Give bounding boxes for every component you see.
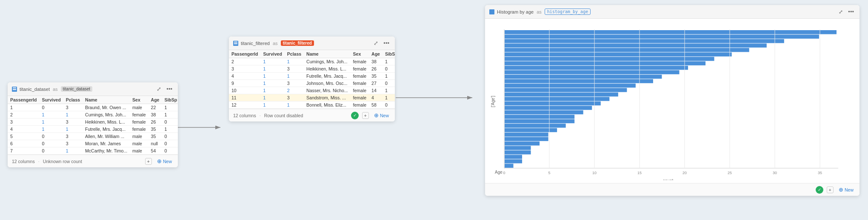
cell-sex: male: [130, 147, 148, 155]
histogram-new-button[interactable]: ⊕ New: [837, 186, 855, 194]
dataset-table-container: PassengerId Survived Pclass Name Sex Age…: [8, 96, 178, 155]
filtered-card-title: titanic_filtered as titanic_filtered: [241, 40, 314, 46]
cell-sibsp: 1: [162, 111, 178, 118]
filtered-footer-dot: ·: [260, 113, 261, 118]
cell-id: 10: [229, 87, 260, 94]
histogram-more-button[interactable]: •••: [847, 8, 855, 15]
cell-id: 2: [8, 111, 39, 118]
filtered-more-button[interactable]: •••: [382, 39, 391, 47]
histogram-bar: [505, 48, 749, 52]
y-axis-age-label: Age: [495, 170, 503, 175]
filtered-expand-button[interactable]: ⤢: [372, 39, 380, 47]
cell-age: 35: [369, 73, 383, 80]
dataset-expand-button[interactable]: ⤢: [155, 85, 163, 93]
cell-sibsp: 0: [383, 80, 395, 87]
cell-pclass: 3: [63, 104, 83, 111]
cell-pclass: 3: [63, 140, 83, 147]
histogram-table-icon: [489, 9, 494, 14]
dataset-more-button[interactable]: •••: [165, 85, 174, 93]
cell-name: Moran, Mr. James: [83, 140, 130, 147]
histogram-bar: [505, 124, 566, 127]
dataset-add-button[interactable]: +: [145, 158, 152, 165]
dataset-plus-circle-icon: ⊕: [157, 158, 162, 164]
cell-id: 7: [8, 147, 39, 155]
histogram-bar: [505, 34, 819, 38]
cell-sex: female: [130, 126, 148, 133]
y-axis-label: ['Age']: [491, 96, 495, 107]
svg-text:25: 25: [728, 171, 732, 175]
filtered-check-icon: ✓: [351, 112, 359, 119]
x-axis-count-label: count: [663, 178, 674, 180]
col-passengerid: PassengerId: [8, 96, 39, 104]
histogram-bar: [505, 137, 548, 141]
histogram-alias-badge: histogram_by_age: [545, 8, 591, 15]
dataset-new-button[interactable]: ⊕ New: [155, 157, 174, 165]
histogram-bars: [505, 30, 837, 168]
filtered-card-header: titanic_filtered as titanic_filtered ⤢ •…: [229, 37, 395, 50]
cell-pclass: 1: [285, 73, 304, 80]
cell-name: Sandstrom, Miss. ...: [304, 94, 350, 102]
cell-pclass: 1: [285, 102, 304, 109]
dataset-card-header: titanic_dataset as titanic_dataset ⤢ •••: [8, 82, 178, 96]
histogram-bar: [505, 79, 653, 83]
cell-age: 35: [148, 133, 162, 140]
dataset-footer: 12 columns · Unknown row count + ⊕ New: [8, 155, 178, 167]
dataset-footer-dot: ·: [38, 159, 40, 164]
cell-id: 11: [229, 94, 260, 102]
filtered-table-header-row: PassengerId Survived Pclass Name Sex Age…: [229, 50, 395, 58]
cell-name: Futrelle, Mrs. Jacq...: [83, 126, 130, 133]
cell-survived: 0: [39, 140, 63, 147]
histogram-bar: [505, 159, 522, 163]
cell-survived: 1: [260, 58, 284, 65]
histogram-expand-button[interactable]: ⤢: [837, 8, 844, 15]
cell-sibsp: 0: [162, 133, 178, 140]
histogram-add-button[interactable]: +: [827, 186, 834, 193]
cell-pclass: 3: [63, 118, 83, 126]
cell-sibsp: 1: [162, 126, 178, 133]
filtered-footer: 12 columns · Row count disabled ✓ + ⊕ Ne…: [229, 109, 395, 121]
svg-text:30: 30: [773, 171, 777, 175]
cell-id: 3: [8, 118, 39, 126]
dataset-new-label: New: [163, 159, 172, 164]
cell-survived: 1: [39, 126, 63, 133]
svg-text:0: 0: [503, 171, 505, 175]
histogram-card: Histogram by age as histogram_by_age ⤢ •…: [485, 5, 859, 196]
table-row: 10 1 2 Nasser, Mrs. Nicho... female 14 1…: [229, 87, 395, 94]
cell-id: 12: [229, 102, 260, 109]
table-row: 3 1 3 Heikkinen, Miss. L... female 26 0 …: [229, 65, 395, 73]
cell-id: 9: [229, 80, 260, 87]
cell-name: Heikkinen, Miss. L...: [304, 65, 350, 73]
histogram-bar: [505, 52, 732, 56]
table-row: 4 1 1 Futrelle, Mrs. Jacq... female 35 1…: [229, 73, 395, 80]
cell-name: Cumings, Mrs. Joh...: [304, 58, 350, 65]
f-col-name: Name: [304, 50, 350, 58]
histogram-bar: [505, 39, 784, 43]
dataset-title-text: titanic_dataset: [20, 87, 50, 92]
histogram-footer: ✓ + ⊕ New: [485, 183, 859, 196]
table-row: 11 1 3 Sandstrom, Miss. ... female 4 1 1: [229, 94, 395, 102]
histogram-bar: [505, 75, 662, 79]
cell-pclass: 2: [285, 87, 304, 94]
table-row: 2 1 1 Cumings, Mrs. Joh... female 38 1 0: [8, 111, 178, 118]
filtered-alias-badge: titanic_filtered: [281, 40, 314, 46]
histogram-bar: [505, 30, 837, 34]
cell-id: 6: [8, 140, 39, 147]
histogram-bar: [505, 43, 767, 47]
filtered-plus-circle-icon: ⊕: [374, 112, 379, 118]
dataset-table-body: 1 0 3 Braund, Mr. Owen ... male 22 1 0 2…: [8, 104, 178, 155]
filtered-add-button[interactable]: +: [362, 112, 369, 119]
cell-pclass: 1: [285, 58, 304, 65]
cell-pclass: 1: [63, 147, 83, 155]
cell-id: 1: [8, 104, 39, 111]
col-sibsp: SibSp: [162, 96, 178, 104]
table-row: 4 1 1 Futrelle, Mrs. Jacq... female 35 1…: [8, 126, 178, 133]
dataset-alias-badge: titanic_dataset: [61, 86, 93, 92]
histogram-bar: [505, 110, 583, 114]
cell-age: 58: [369, 102, 383, 109]
cell-pclass: 1: [63, 111, 83, 118]
cell-sibsp: 0: [383, 65, 395, 73]
table-row: 2 1 1 Cumings, Mrs. Joh... female 38 1 0: [229, 58, 395, 65]
filtered-new-button[interactable]: ⊕ New: [372, 111, 391, 119]
cell-name: McCarthy, Mr. Timo...: [83, 147, 130, 155]
cell-survived: 1: [260, 94, 284, 102]
